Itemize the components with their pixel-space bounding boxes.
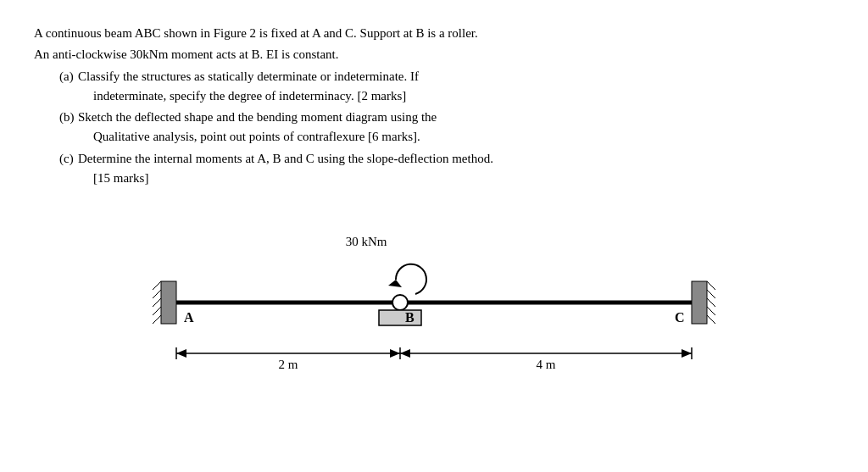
dim-label-2m: 2 m <box>279 358 298 371</box>
label-a: A <box>184 310 194 325</box>
moment-arrow <box>388 264 426 294</box>
fixed-wall-a <box>161 281 176 324</box>
arrow-right-bc <box>682 349 692 358</box>
part-c-label: (c) <box>59 149 78 169</box>
intro-line1: A continuous beam ABC shown in Figure 2 … <box>34 24 831 43</box>
svg-line-3 <box>153 298 161 307</box>
part-b-text1: Sketch the deflected shape and the bendi… <box>78 110 437 124</box>
label-c: C <box>675 310 685 325</box>
svg-line-1 <box>153 281 161 290</box>
label-b: B <box>405 310 415 325</box>
part-c: (c) Determine the internal moments at A,… <box>59 149 831 189</box>
part-b-text2: Qualitative analysis, point out points o… <box>93 130 420 143</box>
svg-line-2 <box>153 290 161 298</box>
diagram-area: 30 kNm A <box>34 222 834 391</box>
part-a: (a) Classify the structures as staticall… <box>59 67 831 107</box>
fixed-wall-c <box>692 281 707 324</box>
part-b-content: Sketch the deflected shape and the bendi… <box>78 108 831 147</box>
part-a-label: (a) <box>59 67 78 86</box>
moment-label: 30 kNm <box>346 235 387 248</box>
roller-base <box>379 310 421 325</box>
svg-line-9 <box>707 307 715 315</box>
part-c-text2: [15 marks] <box>93 171 148 185</box>
svg-line-10 <box>707 315 715 324</box>
problem-text: A continuous beam ABC shown in Figure 2 … <box>34 24 831 188</box>
arrow-left-ab <box>176 349 186 358</box>
part-b: (b) Sketch the deflected shape and the b… <box>59 108 831 147</box>
part-a-content: Classify the structures as statically de… <box>78 67 831 107</box>
dim-label-4m: 4 m <box>537 358 556 371</box>
svg-line-5 <box>153 315 161 324</box>
beam-diagram: 30 kNm A <box>137 230 731 391</box>
svg-line-4 <box>153 307 161 315</box>
arrow-right-ab <box>390 349 400 358</box>
part-b-label: (b) <box>59 108 78 127</box>
svg-line-8 <box>707 298 715 307</box>
part-a-text1: Classify the structures as statically de… <box>78 69 419 83</box>
roller-support-b <box>392 295 408 310</box>
part-c-content: Determine the internal moments at A, B a… <box>78 149 831 189</box>
arrow-left-bc <box>400 349 410 358</box>
part-a-text2: indeterminate, specify the degree of ind… <box>93 89 406 103</box>
svg-marker-0 <box>388 280 402 287</box>
svg-line-7 <box>707 290 715 298</box>
intro-line2: An anti-clockwise 30kNm moment acts at B… <box>34 45 831 64</box>
part-c-text1: Determine the internal moments at A, B a… <box>78 152 493 165</box>
svg-line-6 <box>707 281 715 290</box>
